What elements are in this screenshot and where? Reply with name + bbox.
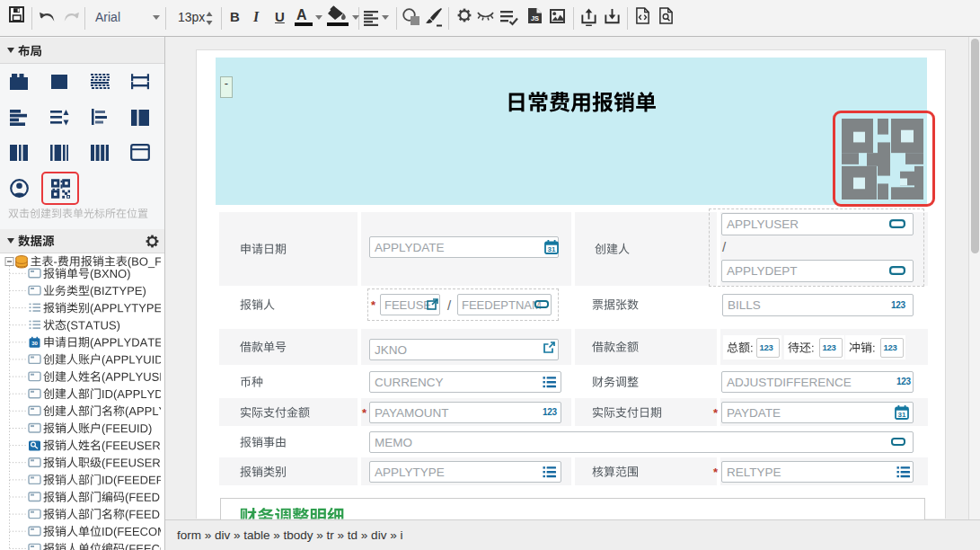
svg-text:JS: JS	[531, 14, 539, 22]
svg-text:31: 31	[548, 245, 556, 253]
svg-text:30: 30	[31, 341, 38, 346]
svg-text:31: 31	[898, 411, 906, 419]
